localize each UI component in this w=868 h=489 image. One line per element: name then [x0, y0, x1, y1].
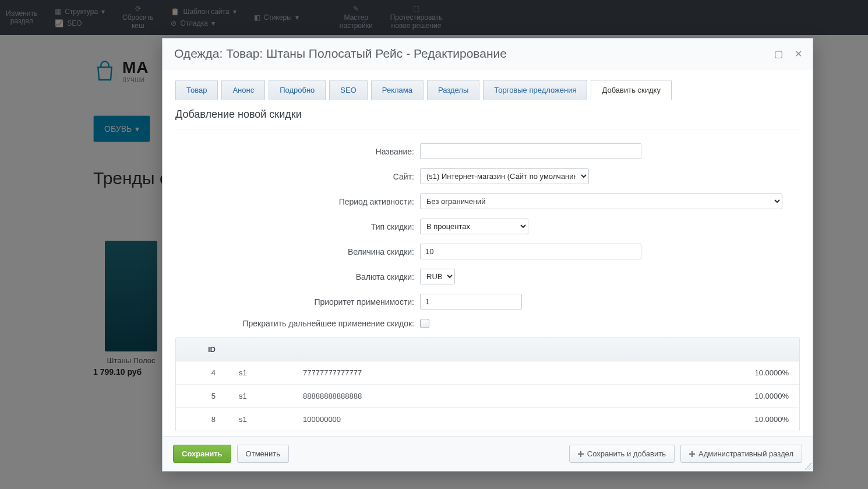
table-row[interactable]: 4 s1 77777777777777 10.0000%	[176, 361, 799, 385]
label-name: Название:	[175, 147, 420, 156]
dialog-title: Одежда: Товар: Штаны Полосатый Рейс - Ре…	[174, 47, 507, 61]
maximize-icon[interactable]: ▢	[774, 48, 783, 59]
dialog-title-bar: Одежда: Товар: Штаны Полосатый Рейс - Ре…	[163, 38, 813, 69]
close-icon[interactable]: ✕	[795, 48, 802, 59]
tab-add-discount[interactable]: Добавить скидку	[591, 80, 671, 100]
section-title: Добавление новой скидки	[175, 108, 800, 129]
input-priority[interactable]	[420, 294, 522, 309]
tabs: Товар Анонс Подробно SEO Реклама Разделы…	[175, 80, 800, 100]
tab-announce[interactable]: Анонс	[221, 80, 265, 100]
resize-handle[interactable]	[805, 463, 811, 470]
label-currency: Валюта скидки:	[175, 272, 420, 282]
column-header-id[interactable]: ID	[186, 345, 239, 354]
tab-seo[interactable]: SEO	[329, 80, 367, 100]
cancel-button[interactable]: Отменить	[237, 445, 289, 463]
checkbox-stop-discounts[interactable]	[420, 319, 429, 328]
label-period: Период активности:	[175, 197, 420, 206]
label-amount: Величина скидки:	[175, 247, 420, 256]
label-stop-discounts: Прекратить дальнейшее применение скидок:	[175, 319, 420, 328]
select-period[interactable]: Без ограничений	[420, 194, 782, 209]
save-button[interactable]: Сохранить	[173, 445, 231, 463]
tab-offers[interactable]: Торговые предложения	[483, 80, 587, 100]
plus-icon	[578, 451, 584, 457]
tab-sections[interactable]: Разделы	[427, 80, 479, 100]
plus-icon	[689, 451, 695, 457]
save-and-add-button[interactable]: Сохранить и добавить	[569, 445, 675, 463]
discounts-grid: ID 4 s1 77777777777777 10.0000% 5 s1 888…	[175, 337, 800, 431]
edit-product-dialog: Одежда: Товар: Штаны Полосатый Рейс - Ре…	[162, 38, 813, 472]
input-name[interactable]	[420, 143, 641, 159]
tab-detail[interactable]: Подробно	[269, 80, 326, 100]
admin-section-button[interactable]: Административный раздел	[680, 445, 802, 463]
tab-advertising[interactable]: Реклама	[371, 80, 424, 100]
select-currency[interactable]: RUB	[420, 269, 455, 284]
dialog-footer: Сохранить Отменить Сохранить и добавить …	[163, 436, 813, 471]
table-row[interactable]: 8 s1 100000000 10.0000%	[176, 408, 799, 431]
label-type: Тип скидки:	[175, 222, 420, 231]
table-row[interactable]: 5 s1 88888888888888 10.0000%	[176, 385, 799, 408]
select-site[interactable]: (s1) Интернет-магазин (Сайт по умолчанию…	[420, 168, 589, 184]
input-amount[interactable]	[420, 244, 641, 259]
label-site: Сайт:	[175, 172, 420, 181]
select-discount-type[interactable]: В процентах	[420, 219, 528, 234]
tab-product[interactable]: Товар	[175, 80, 218, 100]
label-priority: Приоритет применимости:	[175, 297, 420, 307]
